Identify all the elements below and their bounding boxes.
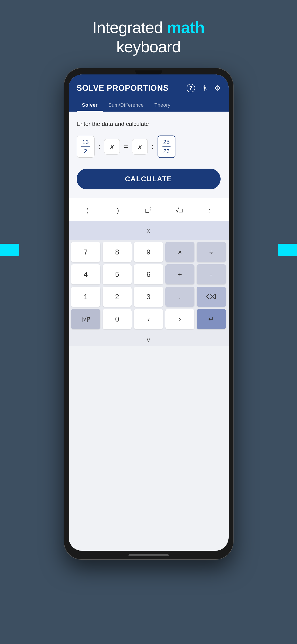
- key-7[interactable]: 7: [71, 242, 100, 262]
- kbd-row-3: 1 2 3 . ⌫: [71, 287, 226, 307]
- frac1-denominator: 2: [81, 148, 90, 155]
- cyan-accent-left: [0, 244, 19, 256]
- proportion-row: 13 2 : x = x : 25 26: [77, 136, 221, 158]
- key-1[interactable]: 1: [71, 287, 100, 307]
- frac2-numerator: 25: [162, 139, 171, 147]
- key-8[interactable]: 8: [103, 242, 132, 262]
- key-5[interactable]: 5: [103, 264, 132, 284]
- phone-notch: [135, 70, 162, 74]
- tab-theory[interactable]: Theory: [149, 99, 176, 112]
- tabs: Solver Sum/Difference Theory: [77, 99, 221, 112]
- header-text-integrated: Integrated: [92, 18, 167, 36]
- help-button[interactable]: ?: [187, 84, 195, 92]
- key-4[interactable]: 4: [71, 264, 100, 284]
- app-header: SOLVE PROPORTIONS ? ☀ ⚙ Solver Sum/Diffe…: [69, 74, 229, 112]
- key-open-paren[interactable]: (: [73, 203, 101, 218]
- variable-x-label: x: [147, 227, 150, 234]
- brightness-icon[interactable]: ☀: [201, 84, 208, 92]
- app-icons: ? ☀ ⚙: [187, 84, 221, 92]
- instruction-text: Enter the data and calculate: [77, 120, 221, 128]
- keyboard-special-row: ( ) □2 √□ :: [69, 198, 229, 221]
- key-variable-x[interactable]: x: [133, 224, 164, 236]
- var-box-2[interactable]: x: [132, 139, 148, 154]
- key-minus[interactable]: -: [197, 264, 226, 284]
- var2-label: x: [138, 143, 141, 150]
- calculate-button[interactable]: CALCULATE: [77, 168, 221, 190]
- fraction-box-2[interactable]: 25 26: [158, 136, 175, 158]
- key-square[interactable]: □2: [135, 203, 162, 218]
- key-right-arrow[interactable]: ›: [165, 309, 194, 329]
- fraction-box-1[interactable]: 13 2: [77, 136, 94, 158]
- phone-screen: SOLVE PROPORTIONS ? ☀ ⚙ Solver Sum/Diffe…: [69, 74, 229, 551]
- keyboard-numpad: 7 8 9 × ÷ 4 5 6 + - 1 2: [69, 240, 229, 334]
- kbd-row-1: 7 8 9 × ÷: [71, 242, 226, 262]
- phone-shell: SOLVE PROPORTIONS ? ☀ ⚙ Solver Sum/Diffe…: [64, 68, 234, 560]
- key-9[interactable]: 9: [134, 242, 163, 262]
- colon-op-1: :: [99, 143, 100, 150]
- keyboard-collapse-row: ∨: [69, 334, 229, 346]
- kbd-row-2: 4 5 6 + -: [71, 264, 226, 284]
- kbd-row-4: [√]³ 0 ‹ › ↵: [71, 309, 226, 329]
- app-content: Enter the data and calculate 13 2 : x = …: [69, 112, 229, 198]
- app-header-top: SOLVE PROPORTIONS ? ☀ ⚙: [77, 84, 221, 93]
- key-enter[interactable]: ↵: [197, 309, 226, 329]
- key-0[interactable]: 0: [103, 309, 132, 329]
- key-6[interactable]: 6: [134, 264, 163, 284]
- tab-solver[interactable]: Solver: [77, 99, 103, 112]
- key-dot[interactable]: .: [165, 287, 194, 307]
- equals-sign: =: [124, 142, 128, 151]
- phone-home-bar: [128, 554, 169, 556]
- key-close-paren[interactable]: ): [104, 203, 132, 218]
- page-header: Integrated math keyboard: [84, 0, 213, 68]
- header-math-word: math: [167, 18, 205, 36]
- key-sqrt[interactable]: √□: [165, 203, 193, 218]
- frac1-numerator: 13: [81, 139, 90, 147]
- cyan-accent-right: [278, 244, 297, 256]
- key-radical-cube[interactable]: [√]³: [71, 309, 100, 329]
- tab-sumdiff[interactable]: Sum/Difference: [103, 99, 149, 112]
- key-colon[interactable]: :: [196, 203, 224, 218]
- key-left-arrow[interactable]: ‹: [134, 309, 163, 329]
- header-text-keyboard: keyboard: [116, 38, 181, 56]
- key-3[interactable]: 3: [134, 287, 163, 307]
- app-title: SOLVE PROPORTIONS: [77, 84, 169, 93]
- key-divide[interactable]: ÷: [197, 242, 226, 262]
- key-multiply[interactable]: ×: [165, 242, 194, 262]
- var1-label: x: [110, 143, 113, 150]
- key-2[interactable]: 2: [103, 287, 132, 307]
- keyboard-area: ( ) □2 √□ : x 7 8 9 × ÷: [69, 198, 229, 346]
- colon-op-2: :: [152, 143, 154, 150]
- key-backspace[interactable]: ⌫: [197, 287, 226, 307]
- var-box-1[interactable]: x: [104, 139, 120, 154]
- keyboard-variable-row: x: [69, 221, 229, 240]
- settings-icon[interactable]: ⚙: [214, 84, 221, 92]
- frac2-denominator: 26: [162, 148, 171, 155]
- keyboard-collapse-button[interactable]: ∨: [146, 336, 151, 344]
- key-plus[interactable]: +: [165, 264, 194, 284]
